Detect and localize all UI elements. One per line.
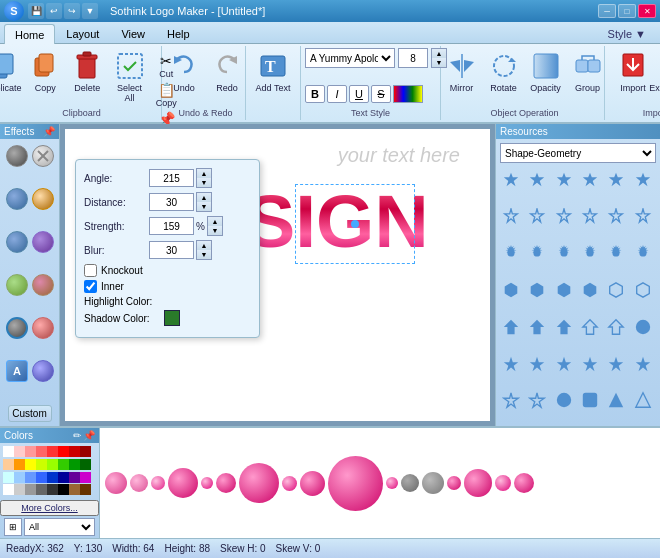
color-swatch[interactable] xyxy=(58,446,69,457)
effect-item-11[interactable] xyxy=(32,360,54,382)
distance-spinner[interactable]: ▲ ▼ xyxy=(196,192,212,212)
copy-button[interactable]: Copy xyxy=(25,48,65,95)
shape-item[interactable] xyxy=(579,206,601,228)
shape-item[interactable] xyxy=(605,206,627,228)
colors-pencil-icon[interactable]: ✏ xyxy=(73,430,81,441)
import-button[interactable]: Import xyxy=(613,48,653,105)
shape-item[interactable] xyxy=(526,242,548,264)
add-text-button[interactable]: T Add Text xyxy=(253,48,293,95)
blur-input[interactable] xyxy=(149,241,194,259)
strength-spinner[interactable]: ▲ ▼ xyxy=(207,216,223,236)
shape-item[interactable] xyxy=(605,316,627,338)
mirror-button[interactable]: Mirror xyxy=(442,48,482,95)
angle-up[interactable]: ▲ xyxy=(197,169,211,178)
shadow-color-swatch[interactable] xyxy=(164,310,180,326)
italic-button[interactable]: I xyxy=(327,85,347,103)
effect-item-6[interactable] xyxy=(6,274,28,296)
effect-item-4[interactable] xyxy=(6,231,28,253)
blur-up[interactable]: ▲ xyxy=(197,241,211,250)
save-quick-btn[interactable]: 💾 xyxy=(28,3,44,19)
shape-item[interactable] xyxy=(579,389,601,411)
strikethrough-button[interactable]: S xyxy=(371,85,391,103)
effect-item-7[interactable] xyxy=(32,274,54,296)
font-select[interactable]: A Yummy Apology xyxy=(305,48,395,68)
color-swatch[interactable] xyxy=(69,459,80,470)
qa-dropdown-btn[interactable]: ▼ xyxy=(82,3,98,19)
shape-item[interactable] xyxy=(553,389,575,411)
undo-button[interactable]: Undo xyxy=(164,48,204,95)
effect-item-8[interactable] xyxy=(6,317,28,339)
bold-button[interactable]: B xyxy=(305,85,325,103)
shape-item[interactable] xyxy=(553,316,575,338)
angle-down[interactable]: ▼ xyxy=(197,178,211,187)
color-swatch[interactable] xyxy=(80,446,91,457)
shape-item[interactable] xyxy=(526,353,548,375)
strength-down[interactable]: ▼ xyxy=(208,226,222,235)
shape-item[interactable] xyxy=(500,206,522,228)
shape-item[interactable] xyxy=(605,353,627,375)
shape-item[interactable] xyxy=(526,316,548,338)
effect-item-2[interactable] xyxy=(6,188,28,210)
color-swatch[interactable] xyxy=(36,446,47,457)
colors-canvas[interactable] xyxy=(100,428,660,538)
color-swatch[interactable] xyxy=(3,446,14,457)
shape-item[interactable] xyxy=(500,353,522,375)
color-swatch[interactable] xyxy=(14,446,25,457)
resources-dropdown[interactable]: Shape-Geometry xyxy=(500,143,656,163)
shape-item[interactable] xyxy=(553,353,575,375)
palette-select[interactable]: All xyxy=(24,518,95,536)
angle-spinner[interactable]: ▲ ▼ xyxy=(196,168,212,188)
tab-style[interactable]: Style ▼ xyxy=(598,25,656,43)
shape-item[interactable] xyxy=(553,169,575,191)
shape-item[interactable] xyxy=(553,242,575,264)
distance-down[interactable]: ▼ xyxy=(197,202,211,211)
shape-item[interactable] xyxy=(632,242,654,264)
shape-item[interactable] xyxy=(579,353,601,375)
tab-help[interactable]: Help xyxy=(156,24,201,43)
shape-item[interactable] xyxy=(579,279,601,301)
tab-layout[interactable]: Layout xyxy=(55,24,110,43)
text-color-swatch[interactable] xyxy=(393,85,423,103)
group-button[interactable]: Group xyxy=(568,48,608,95)
color-swatch[interactable] xyxy=(58,484,69,495)
shape-item[interactable] xyxy=(579,242,601,264)
color-swatch[interactable] xyxy=(14,484,25,495)
distance-input[interactable] xyxy=(149,193,194,211)
shape-item[interactable] xyxy=(526,389,548,411)
blur-down[interactable]: ▼ xyxy=(197,250,211,259)
redo-quick-btn[interactable]: ↪ xyxy=(64,3,80,19)
distance-up[interactable]: ▲ xyxy=(197,193,211,202)
color-swatch[interactable] xyxy=(69,484,80,495)
export-image-button[interactable]: Export Image xyxy=(656,48,660,105)
shape-item[interactable] xyxy=(605,279,627,301)
color-swatch[interactable] xyxy=(25,472,36,483)
rotate-button[interactable]: Rotate xyxy=(484,48,524,95)
color-swatch[interactable] xyxy=(3,484,14,495)
color-swatch[interactable] xyxy=(36,459,47,470)
more-colors-button[interactable]: More Colors... xyxy=(0,500,99,516)
tab-view[interactable]: View xyxy=(110,24,156,43)
shape-item[interactable] xyxy=(553,206,575,228)
color-swatch[interactable] xyxy=(47,484,58,495)
color-swatch[interactable] xyxy=(80,459,91,470)
color-swatch[interactable] xyxy=(47,459,58,470)
maximize-btn[interactable]: □ xyxy=(618,4,636,18)
inner-checkbox[interactable] xyxy=(84,280,97,293)
color-swatch[interactable] xyxy=(80,484,91,495)
undo-quick-btn[interactable]: ↩ xyxy=(46,3,62,19)
effect-text-btn[interactable]: A xyxy=(6,360,28,382)
strength-up[interactable]: ▲ xyxy=(208,217,222,226)
effect-item-9[interactable] xyxy=(32,317,54,339)
shape-item[interactable] xyxy=(632,206,654,228)
color-swatch[interactable] xyxy=(47,446,58,457)
shape-item[interactable] xyxy=(605,242,627,264)
shape-item[interactable] xyxy=(526,279,548,301)
minimize-btn[interactable]: ─ xyxy=(598,4,616,18)
color-swatch[interactable] xyxy=(58,472,69,483)
color-swatch[interactable] xyxy=(58,459,69,470)
shape-item[interactable] xyxy=(632,279,654,301)
color-swatch[interactable] xyxy=(47,472,58,483)
shape-item[interactable] xyxy=(500,316,522,338)
color-swatch[interactable] xyxy=(3,459,14,470)
shape-item[interactable] xyxy=(526,169,548,191)
